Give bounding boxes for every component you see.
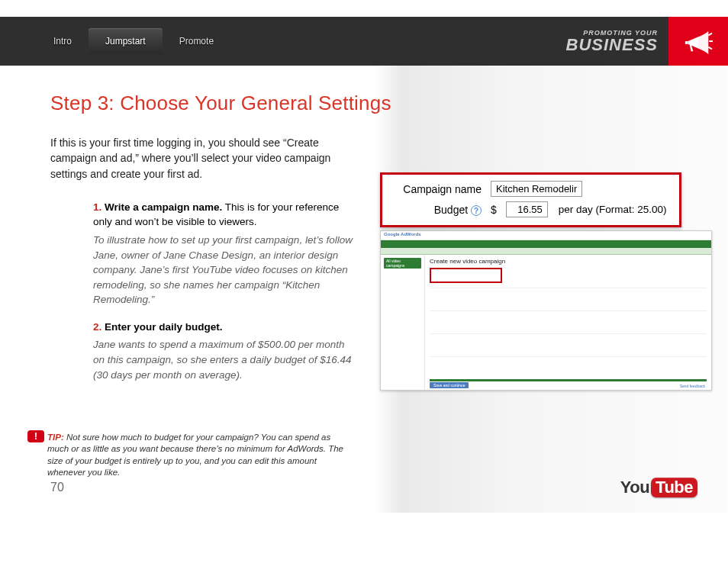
adwords-footer: Save and continue Send feedback bbox=[430, 379, 707, 388]
adwords-section bbox=[430, 288, 707, 306]
adwords-sidebar: All video campaigns bbox=[381, 255, 425, 390]
screenshot-area: Campaign name Budget ? $ per day (Format… bbox=[380, 172, 712, 391]
step-heading: Enter your daily budget. bbox=[105, 321, 223, 333]
brand-block: Promoting Your Business bbox=[566, 30, 668, 53]
step-number: 1. bbox=[93, 201, 101, 213]
youtube-you: You bbox=[620, 478, 649, 497]
youtube-tube: Tube bbox=[651, 478, 697, 497]
step-number: 2. bbox=[93, 321, 101, 333]
intro-paragraph: If this is your first time logging in, y… bbox=[50, 135, 348, 182]
adwords-nav bbox=[381, 240, 711, 248]
adwords-logo-bar: Google AdWords bbox=[381, 231, 711, 240]
header-right: Promoting Your Business bbox=[566, 17, 728, 66]
budget-label: Budget ? bbox=[390, 204, 482, 216]
youtube-logo: YouTube bbox=[620, 478, 697, 497]
tip-box: TIP: Not sure how much to budget for you… bbox=[47, 432, 353, 479]
header-bar: Intro Jumpstart Promote Promoting Your B… bbox=[0, 17, 728, 66]
currency-symbol: $ bbox=[491, 204, 497, 216]
tip-lead: TIP: bbox=[47, 433, 64, 442]
budget-hint: per day (Format: 25.00) bbox=[559, 204, 667, 215]
adwords-section bbox=[430, 356, 707, 375]
main-content: Step 3: Choose Your General Settings If … bbox=[0, 66, 728, 513]
campaign-name-input[interactable] bbox=[491, 181, 582, 197]
megaphone-icon bbox=[684, 27, 713, 56]
budget-input[interactable] bbox=[506, 201, 548, 217]
adwords-main-panel: Create new video campaign Save and conti… bbox=[425, 255, 711, 390]
page-number: 70 bbox=[50, 481, 64, 494]
campaign-name-label: Campaign name bbox=[390, 183, 482, 195]
megaphone-badge bbox=[668, 17, 728, 66]
step-1: 1. Write a campaign name. This is for yo… bbox=[93, 200, 354, 307]
campaign-callout: Campaign name Budget ? $ per day (Format… bbox=[380, 172, 681, 227]
step-example: Jane wants to spend a maximum of $500.00… bbox=[93, 337, 354, 382]
help-icon[interactable]: ? bbox=[471, 205, 482, 216]
adwords-subnav bbox=[381, 248, 711, 255]
adwords-section bbox=[430, 310, 707, 329]
adwords-highlight-box bbox=[430, 268, 502, 283]
adwords-save-button[interactable]: Save and continue bbox=[430, 382, 469, 388]
page-footer: 70 YouTube bbox=[50, 478, 697, 497]
step-heading: Write a campaign name. bbox=[105, 201, 222, 213]
adwords-section bbox=[430, 333, 707, 352]
adwords-sidebar-tag: All video campaigns bbox=[384, 258, 421, 269]
steps-list: 1. Write a campaign name. This is for yo… bbox=[93, 200, 354, 382]
tip-text: Not sure how much to budget for your cam… bbox=[47, 433, 343, 478]
tab-intro[interactable]: Intro bbox=[37, 28, 89, 54]
adwords-screenshot: Google AdWords All video campaigns Creat… bbox=[380, 230, 712, 391]
alert-icon bbox=[27, 430, 44, 442]
brand-title: Business bbox=[566, 37, 658, 53]
nav-tabs: Intro Jumpstart Promote bbox=[37, 28, 230, 54]
tab-promote[interactable]: Promote bbox=[163, 28, 230, 54]
adwords-main-title: Create new video campaign bbox=[430, 258, 707, 265]
page-title: Step 3: Choose Your General Settings bbox=[50, 92, 690, 115]
adwords-feedback-link[interactable]: Send feedback bbox=[680, 384, 705, 388]
svg-rect-0 bbox=[685, 41, 688, 44]
tab-jumpstart[interactable]: Jumpstart bbox=[89, 28, 163, 54]
step-example: To illustrate how to set up your first c… bbox=[93, 233, 354, 307]
step-2: 2. Enter your daily budget. Jane wants t… bbox=[93, 320, 354, 382]
